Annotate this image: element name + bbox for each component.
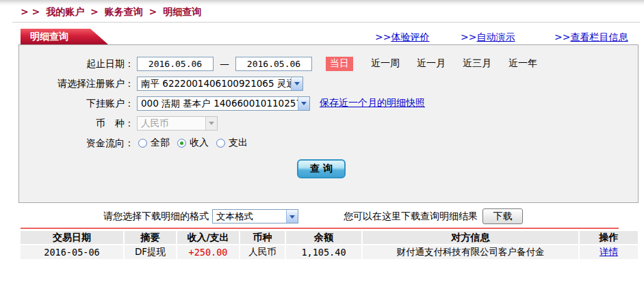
col-header-amount: 收入/支出 [177, 231, 239, 244]
radio-icon[interactable] [177, 139, 186, 148]
breadcrumb: > > 我的账户 > 账务查询 > 明细查询 [21, 6, 204, 18]
cell-amount: +250.00 [177, 245, 239, 259]
breadcrumb-item-my-account[interactable]: 我的账户 [46, 6, 84, 17]
cell-balance: 1,105.40 [286, 245, 361, 259]
register-account-value: 南平 6222001406100921065 灵通卡 [141, 78, 303, 89]
currency-select-disabled: 人民币 [137, 116, 218, 131]
cell-counterparty: 财付通支付科技有限公司客户备付金 [363, 245, 578, 259]
detail-link[interactable]: 详情 [600, 246, 618, 257]
date-range-row: 起止日期： 2016.05.06 — 2016.05.06 当日 近一周 近一月… [19, 56, 638, 71]
breadcrumb-item-detail-query[interactable]: 明细查询 [163, 6, 201, 17]
header-divider [12, 22, 640, 23]
fund-flow-row: 资金流向： 全部 收入 支出 [19, 135, 638, 150]
link-prefix: >> [461, 31, 476, 42]
date-from-input[interactable]: 2016.05.06 [137, 57, 214, 71]
dropdown-arrow-icon[interactable] [291, 77, 302, 90]
download-format-label: 请您选择下载明细的格式 [103, 211, 209, 223]
sub-account-row: 下挂账户： 000 活期 基本户 1406600101102571848 保存近… [19, 96, 638, 111]
quick-range-today-badge[interactable]: 当日 [326, 57, 353, 71]
cell-currency: 人民币 [240, 245, 285, 259]
link-view-column-info[interactable]: >>查看栏目信息 [554, 31, 628, 44]
table-row: 2016-05-06 DF提现 +250.00 人民币 1,105.40 财付通… [21, 245, 638, 259]
quick-range-last-quarter[interactable]: 近三月 [463, 57, 491, 70]
tab-detail-query[interactable]: 明细查询 [21, 29, 108, 44]
link-experience-rating[interactable]: >>体验评价 [375, 31, 429, 44]
breadcrumb-prefix: > > [21, 6, 40, 17]
currency-row: 币 种： 人民币 [19, 116, 638, 131]
query-button[interactable]: 查 询 [297, 159, 346, 178]
cell-summary: DF提现 [125, 245, 176, 259]
col-header-currency: 币种 [240, 231, 285, 244]
transaction-table: 交易日期 摘要 收入/支出 币种 余额 对方信息 操作 2016-05-06 D… [19, 230, 639, 260]
tab-title: 明细查询 [30, 31, 68, 42]
radio-icon[interactable] [216, 139, 225, 148]
date-range-label: 起止日期： [19, 56, 134, 71]
currency-value: 人民币 [141, 118, 169, 128]
radio-flow-income[interactable]: 收入 [177, 137, 209, 149]
dropdown-arrow-icon[interactable] [286, 210, 298, 223]
col-header-date: 交易日期 [21, 231, 123, 244]
col-header-action: 操作 [580, 231, 638, 244]
register-account-select[interactable]: 南平 6222001406100921065 灵通卡 [137, 77, 303, 91]
save-monthly-snapshot-link[interactable]: 保存近一个月的明细快照 [320, 97, 425, 109]
dropdown-arrow-icon[interactable] [298, 97, 309, 110]
quick-range-last-month[interactable]: 近一月 [417, 57, 446, 70]
register-account-row: 请选择注册账户： 南平 6222001406100921065 灵通卡 [19, 76, 638, 91]
date-range-dash: — [220, 58, 229, 69]
fund-flow-label: 资金流向： [19, 135, 134, 150]
link-auto-demo[interactable]: >>自动演示 [461, 31, 515, 44]
register-account-label: 请选择注册账户： [19, 76, 134, 91]
download-button[interactable]: 下载 [482, 208, 523, 224]
col-header-balance: 余额 [286, 231, 361, 244]
radio-flow-expense[interactable]: 支出 [216, 137, 248, 149]
download-format-value: 文本格式（.txt） [216, 211, 253, 223]
sub-account-select[interactable]: 000 活期 基本户 1406600101102571848 [137, 96, 310, 111]
link-prefix: >> [375, 31, 391, 42]
currency-label: 币 种： [19, 116, 134, 131]
download-hint-text: 您可以在这里下载查询明细结果 [344, 211, 478, 223]
breadcrumb-separator: > [149, 6, 157, 17]
page-top-gradient [0, 0, 644, 5]
link-prefix: >> [554, 31, 570, 42]
date-to-input[interactable]: 2016.05.06 [235, 57, 312, 71]
quick-range-last-week[interactable]: 近一周 [371, 57, 400, 70]
col-header-summary: 摘要 [125, 231, 176, 244]
breadcrumb-separator: > [90, 6, 99, 17]
sub-account-label: 下挂账户： [19, 96, 134, 111]
table-header-row: 交易日期 摘要 收入/支出 币种 余额 对方信息 操作 [21, 231, 638, 244]
radio-icon[interactable] [138, 139, 147, 148]
col-header-counterparty: 对方信息 [363, 231, 578, 244]
table-top-divider [21, 228, 619, 229]
breadcrumb-item-account-query[interactable]: 账务查询 [105, 6, 143, 17]
radio-flow-all[interactable]: 全部 [138, 137, 170, 149]
dropdown-arrow-icon [205, 117, 217, 130]
quick-range-last-year[interactable]: 近一年 [508, 57, 537, 70]
sub-account-value: 000 活期 基本户 1406600101102571848 [141, 98, 310, 109]
download-format-select[interactable]: 文本格式（.txt） [212, 209, 298, 223]
cell-date: 2016-05-06 [21, 245, 123, 259]
query-form-panel: 起止日期： 2016.05.06 — 2016.05.06 当日 近一周 近一月… [18, 44, 639, 203]
